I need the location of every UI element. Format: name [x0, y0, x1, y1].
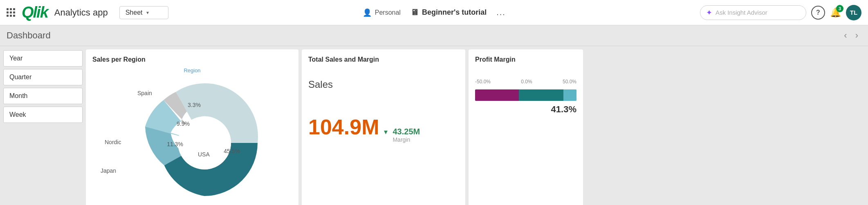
trend-arrow: ▾: [384, 127, 388, 136]
avatar[interactable]: TL: [846, 5, 861, 20]
insight-search[interactable]: ✦ Ask Insight Advisor: [700, 5, 806, 20]
insight-placeholder: Ask Insight Advisor: [715, 9, 767, 16]
total-sales-card: Total Sales and Margin Sales 104.9M ▾ 43…: [302, 49, 465, 205]
charts-area: Sales per Region Region: [86, 46, 868, 205]
profit-margin-card: Profit Margin -50.0% 0.0% 50.0% 41.3%: [469, 49, 583, 205]
notification-badge: 3: [836, 5, 843, 12]
notification-button[interactable]: 🔔 3: [830, 7, 841, 18]
filter-year[interactable]: Year: [3, 50, 83, 67]
bar-scale: -50.0% 0.0% 50.0%: [475, 79, 576, 85]
help-button[interactable]: ?: [811, 6, 825, 20]
chevron-down-icon: ▾: [146, 10, 149, 16]
main-content: Year Quarter Month Week Sales per Region…: [0, 46, 868, 205]
navigation-arrows: ‹ ›: [841, 29, 861, 42]
margin-value: 43.25M: [393, 127, 420, 136]
sub-header: Dashboard ‹ ›: [0, 25, 868, 46]
app-header: Qlik Analytics app Sheet ▾ 👤 Personal 🖥 …: [0, 0, 868, 25]
monitor-icon: 🖥: [410, 8, 419, 17]
sales-label: Sales: [308, 79, 459, 90]
user-icon: 👤: [363, 8, 372, 17]
filter-week[interactable]: Week: [3, 107, 83, 123]
sales-per-region-card: Sales per Region Region: [86, 49, 298, 205]
profit-bar: [475, 89, 576, 101]
total-sales-title: Total Sales and Margin: [308, 56, 459, 63]
svg-text:9.9%: 9.9%: [177, 120, 190, 127]
svg-text:3.3%: 3.3%: [188, 102, 201, 108]
sheet-label: Sheet: [126, 9, 143, 16]
prev-arrow[interactable]: ‹: [841, 29, 850, 42]
personal-button[interactable]: 👤 Personal: [363, 8, 401, 17]
sales-value-row: 104.9M ▾ 43.25M Margin: [308, 115, 459, 143]
scale-mid: 0.0%: [521, 79, 532, 85]
scale-max: 50.0%: [563, 79, 576, 85]
sales-region-title: Sales per Region: [92, 56, 292, 63]
profit-margin-title: Profit Margin: [475, 56, 576, 63]
sidebar: Year Quarter Month Week: [0, 46, 86, 205]
profit-bar-teal: [519, 89, 563, 101]
header-actions: ? 🔔 3 TL: [811, 5, 861, 20]
qlik-logo: Qlik: [22, 4, 48, 21]
grid-menu-icon[interactable]: [7, 8, 15, 17]
app-title: Analytics app: [54, 7, 108, 18]
more-options-button[interactable]: ...: [496, 8, 506, 17]
svg-text:45.5%: 45.5%: [224, 148, 240, 154]
tutorial-button[interactable]: 🖥 Beginner's tutorial: [410, 8, 487, 17]
tutorial-label: Beginner's tutorial: [422, 8, 487, 17]
dashboard-title: Dashboard: [7, 30, 51, 41]
filter-month[interactable]: Month: [3, 88, 83, 104]
scale-min: -50.0%: [475, 79, 491, 85]
sales-big-value: 104.9M: [308, 115, 379, 139]
donut-chart: 3.3% 9.9% 11.3% 45.5% USA Japan Nordic S…: [92, 74, 292, 204]
insight-advisor-icon: ✦: [706, 8, 712, 17]
next-arrow[interactable]: ›: [852, 29, 861, 42]
profit-percentage: 41.3%: [475, 104, 576, 115]
filter-quarter[interactable]: Quarter: [3, 69, 83, 85]
japan-label: Japan: [101, 167, 116, 174]
margin-label: Margin: [393, 136, 420, 143]
region-legend-label: Region: [92, 67, 292, 74]
personal-label: Personal: [375, 9, 401, 16]
profit-bar-purple: [475, 89, 519, 101]
profit-bar-light: [563, 89, 576, 101]
svg-text:11.3%: 11.3%: [167, 141, 183, 147]
nordic-label: Nordic: [105, 139, 121, 145]
sheet-dropdown[interactable]: Sheet ▾: [119, 6, 168, 19]
